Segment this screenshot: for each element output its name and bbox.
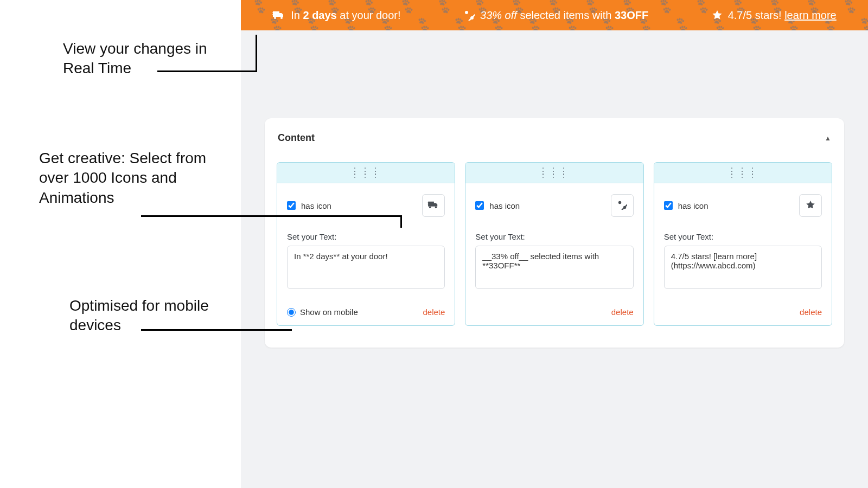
- has-icon-option[interactable]: has icon: [664, 201, 709, 210]
- delete-button[interactable]: delete: [800, 307, 822, 317]
- annotation-column: View your changes in Real Time Get creat…: [0, 0, 241, 488]
- collapse-icon[interactable]: ▲: [825, 134, 831, 142]
- card-drag-handle[interactable]: ⋮⋮⋮⋮⋮⋮: [465, 163, 643, 183]
- content-card: ⋮⋮⋮⋮⋮⋮ has icon Set yo: [654, 162, 832, 326]
- panel-title: Content: [278, 132, 315, 144]
- icon-picker-button[interactable]: [422, 194, 445, 217]
- truck-icon: [272, 10, 285, 21]
- banner-item-2: 33% off selected items with 33OFF: [464, 9, 648, 22]
- has-icon-label: has icon: [301, 201, 331, 210]
- connector-line: [400, 215, 402, 228]
- banner-text-2: 33% off selected items with 33OFF: [480, 9, 648, 22]
- content-card: ⋮⋮⋮⋮⋮⋮ has icon Set yo: [465, 162, 643, 326]
- delete-button[interactable]: delete: [423, 307, 445, 317]
- card-drag-handle[interactable]: ⋮⋮⋮⋮⋮⋮: [654, 163, 832, 183]
- has-icon-option[interactable]: has icon: [475, 201, 520, 210]
- show-on-mobile-label: Show on mobile: [300, 307, 358, 317]
- has-icon-checkbox[interactable]: [664, 201, 673, 210]
- delete-button[interactable]: delete: [611, 307, 634, 317]
- banner-item-3: 4.7/5 stars! learn more: [712, 9, 837, 22]
- connector-line: [157, 70, 257, 72]
- annotation-realtime: View your changes in Real Time: [63, 39, 226, 79]
- content-panel: Content ▲ ⋮⋮⋮⋮⋮⋮ has icon: [265, 118, 844, 348]
- text-field-label: Set your Text:: [287, 232, 445, 241]
- card-drag-handle[interactable]: ⋮⋮⋮⋮⋮⋮: [277, 163, 455, 183]
- connector-line: [256, 35, 257, 72]
- show-on-mobile-option[interactable]: Show on mobile: [287, 307, 358, 317]
- announcement-banner: 🐾🐾🐾🐾🐾🐾🐾🐾🐾🐾🐾🐾🐾🐾🐾🐾🐾 🐾🐾🐾🐾🐾🐾🐾🐾🐾🐾🐾🐾🐾🐾🐾🐾🐾 In 2…: [241, 0, 868, 30]
- has-icon-option[interactable]: has icon: [287, 201, 331, 210]
- cards-container: ⋮⋮⋮⋮⋮⋮ has icon Set yo: [276, 162, 833, 326]
- grip-icon: ⋮⋮⋮⋮⋮⋮: [350, 170, 381, 176]
- preview-area: 🐾🐾🐾🐾🐾🐾🐾🐾🐾🐾🐾🐾🐾🐾🐾🐾🐾 🐾🐾🐾🐾🐾🐾🐾🐾🐾🐾🐾🐾🐾🐾🐾🐾🐾 In 2…: [241, 0, 868, 488]
- banner-text-1: In 2 days at your door!: [291, 9, 400, 22]
- has-icon-label: has icon: [489, 201, 520, 210]
- svg-point-3: [618, 201, 621, 203]
- grip-icon: ⋮⋮⋮⋮⋮⋮: [727, 170, 758, 176]
- show-on-mobile-radio[interactable]: [287, 308, 296, 317]
- text-field-label: Set your Text:: [475, 232, 633, 241]
- text-field-label: Set your Text:: [664, 232, 822, 241]
- connector-line: [141, 215, 401, 217]
- connector-line: [141, 329, 292, 331]
- grip-icon: ⋮⋮⋮⋮⋮⋮: [539, 170, 570, 176]
- content-card: ⋮⋮⋮⋮⋮⋮ has icon Set yo: [277, 162, 455, 326]
- banner-text-input[interactable]: [287, 246, 445, 289]
- has-icon-label: has icon: [678, 201, 709, 210]
- icon-picker-button[interactable]: [611, 194, 634, 217]
- has-icon-checkbox[interactable]: [475, 201, 484, 210]
- percent-icon: [464, 10, 475, 21]
- banner-text-input[interactable]: [664, 246, 822, 289]
- icon-picker-button[interactable]: [799, 194, 822, 217]
- panel-header[interactable]: Content ▲: [276, 132, 833, 144]
- banner-text-3: 4.7/5 stars! learn more: [728, 9, 837, 22]
- percent-icon: [617, 200, 627, 211]
- svg-point-0: [465, 11, 468, 14]
- banner-text-input[interactable]: [475, 246, 633, 289]
- truck-icon: [427, 200, 439, 211]
- star-icon: [806, 200, 815, 211]
- annotation-icons: Get creative: Select from over 1000 Icon…: [39, 149, 234, 208]
- star-icon: [712, 10, 723, 21]
- banner-item-1: In 2 days at your door!: [272, 9, 400, 22]
- has-icon-checkbox[interactable]: [287, 201, 296, 210]
